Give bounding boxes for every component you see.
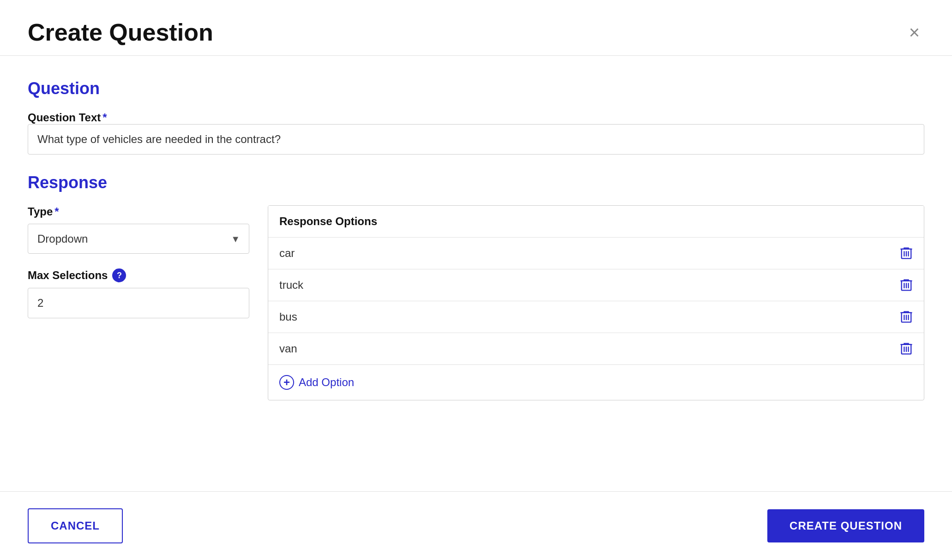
create-question-dialog: Create Question × Question Question Text… (0, 0, 952, 560)
response-options-header: Response Options (268, 206, 924, 238)
option-input-car[interactable] (268, 238, 889, 269)
plus-circle-icon: + (279, 375, 294, 390)
question-section-title: Question (28, 79, 924, 98)
option-input-truck[interactable] (268, 269, 889, 301)
option-row-truck (268, 269, 924, 301)
question-text-field: Question Text* (28, 111, 924, 155)
help-icon[interactable]: ? (112, 268, 126, 282)
response-options-panel: Response Options (268, 205, 924, 400)
type-field: Type* Dropdown Text Number Date Checkbox… (28, 205, 249, 254)
question-text-label: Question Text* (28, 111, 107, 124)
max-selections-field: Max Selections ? (28, 268, 249, 318)
option-input-bus[interactable] (268, 301, 889, 333)
dialog-body: Question Question Text* Response Type* (0, 56, 952, 491)
dialog-footer: CANCEL CREATE QUESTION (0, 491, 952, 560)
question-section: Question Question Text* (28, 79, 924, 155)
add-option-button[interactable]: + Add Option (268, 365, 365, 400)
max-selections-input[interactable] (28, 288, 249, 318)
response-layout: Type* Dropdown Text Number Date Checkbox… (28, 205, 924, 400)
delete-option-van-button[interactable] (889, 336, 924, 362)
type-select-wrapper: Dropdown Text Number Date Checkbox ▼ (28, 224, 249, 254)
delete-option-truck-button[interactable] (889, 272, 924, 298)
option-input-van[interactable] (268, 333, 889, 364)
cancel-button[interactable]: CANCEL (28, 508, 123, 543)
response-section: Response Type* Dropdown Text Numbe (28, 173, 924, 400)
type-select[interactable]: Dropdown Text Number Date Checkbox (28, 224, 249, 254)
left-panel: Type* Dropdown Text Number Date Checkbox… (28, 205, 249, 318)
type-label: Type* (28, 205, 249, 218)
option-row-car (268, 238, 924, 269)
delete-option-car-button[interactable] (889, 240, 924, 266)
dialog-title: Create Question (28, 18, 213, 46)
response-section-title: Response (28, 173, 924, 192)
dialog-header: Create Question × (0, 0, 952, 56)
add-option-label: Add Option (299, 376, 354, 389)
trash-icon (900, 310, 913, 324)
delete-option-bus-button[interactable] (889, 304, 924, 330)
type-required-star: * (54, 205, 59, 218)
required-star: * (102, 111, 107, 124)
close-button[interactable]: × (904, 18, 924, 46)
option-row-bus (268, 301, 924, 333)
trash-icon (900, 278, 913, 292)
trash-icon (900, 341, 913, 356)
trash-icon (900, 246, 913, 261)
max-selections-label: Max Selections ? (28, 268, 249, 282)
option-row-van (268, 333, 924, 365)
question-text-input[interactable] (28, 124, 924, 155)
create-question-button[interactable]: CREATE QUESTION (767, 509, 924, 542)
